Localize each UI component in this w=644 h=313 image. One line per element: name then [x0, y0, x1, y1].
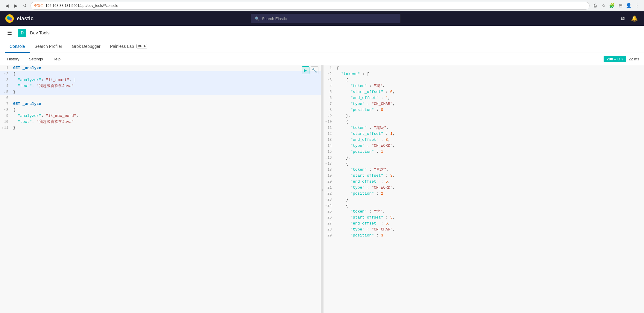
line-content-9: "analyzer": "ik_max_word", — [11, 113, 78, 119]
user-profile-icon[interactable]: 👤 — [625, 2, 632, 9]
editor-container: ▶ 🔧 1 GET _analyze ▾2 { 3 "analyzer": "i… — [0, 65, 644, 313]
output-content-9: }, — [334, 113, 351, 119]
output-line-number-29: 29 — [323, 233, 334, 239]
output-content-1: { — [334, 65, 339, 71]
search-icon: 🔍 — [255, 16, 259, 21]
output-line-number-22: 22 — [323, 191, 334, 197]
output-content-14: "type" : "CN_WORD", — [334, 143, 395, 149]
line-number-9: 9 — [0, 113, 11, 119]
editor-line-10: 10 "text": "我超级喜欢学Java" — [0, 119, 321, 125]
wrench-button[interactable]: 🔧 — [311, 66, 318, 74]
address-bar[interactable]: 不安全 192.168.88.131:5601/app/dev_tools#/c… — [31, 2, 590, 10]
line-number-10: 10 — [0, 119, 11, 125]
output-line-number-16: ▴16 — [323, 155, 334, 161]
output-line-number-26: 26 — [323, 215, 334, 221]
line-content-7: GET _analyze — [11, 101, 41, 107]
line-content-4: "text": "我超级喜欢学Java" — [11, 83, 74, 89]
output-line-3: ▾3 { — [323, 77, 644, 83]
url-text: 192.168.88.131:5601/app/dev_tools#/conso… — [45, 4, 118, 8]
output-line-number-23: ▴23 — [323, 197, 334, 203]
output-line-number-13: 13 — [323, 137, 334, 143]
output-line-number-24: ▾24 — [323, 203, 334, 209]
browser-chrome: ◀ ▶ ↺ 不安全 192.168.88.131:5601/app/dev_to… — [0, 0, 644, 11]
output-content-28: "type" : "CN_CHAR", — [334, 227, 395, 233]
editor-line-3: 3 "analyzer": "ik_smart", | — [0, 77, 321, 83]
line-content-5: } — [11, 89, 16, 95]
output-line-16: ▴16 }, — [323, 155, 644, 161]
line-content-11: } — [11, 125, 16, 131]
settings-button[interactable]: Settings — [26, 56, 45, 62]
output-line-number-15: 15 — [323, 149, 334, 155]
output-line-number-10: ▾10 — [323, 119, 334, 125]
tabs-bar: Console Search Profiler Grok Debugger Pa… — [0, 40, 644, 53]
split-view-icon[interactable]: ⊟ — [617, 2, 624, 9]
output-line-number-5: 5 — [323, 89, 334, 95]
back-button[interactable]: ◀ — [4, 2, 10, 9]
output-line-15: 15 "position" : 1 — [323, 149, 644, 155]
line-number-11: ▴11 — [0, 125, 11, 131]
line-number-2: ▾2 — [0, 71, 11, 77]
editor-line-9: 9 "analyzer": "ik_max_word", — [0, 113, 321, 119]
line-number-6: 6 — [0, 95, 11, 101]
output-content-6: "end_offset" : 1, — [334, 95, 390, 101]
history-button[interactable]: History — [5, 56, 22, 62]
output-line-23: ▴23 }, — [323, 197, 644, 203]
monitor-icon[interactable]: 🖥 — [618, 14, 627, 23]
output-line-19: 19 "start_offset" : 3, — [323, 173, 644, 179]
output-line-number-14: 14 — [323, 143, 334, 149]
share-icon[interactable]: ⎙ — [592, 2, 599, 9]
output-content-23: }, — [334, 197, 351, 203]
output-line-13: 13 "end_offset" : 3, — [323, 137, 644, 143]
output-content-12: "start_offset" : 1, — [334, 131, 395, 137]
extensions-icon[interactable]: 🧩 — [609, 2, 615, 9]
toolbar: History Settings Help 200 – OK 22 ms — [0, 53, 644, 65]
run-button[interactable]: ▶ — [302, 66, 309, 74]
output-content-10: { — [334, 119, 348, 125]
output-line-4: 4 "token" : "我", — [323, 83, 644, 89]
output-line-6: 6 "end_offset" : 1, — [323, 95, 644, 101]
tab-painless-lab[interactable]: Painless Lab BETA — [105, 40, 152, 53]
browser-actions: ⎙ ☆ 🧩 ⊟ 👤 ⋮ — [592, 2, 640, 9]
search-placeholder: Search Elastic — [262, 16, 287, 21]
output-content-20: "end_offset" : 5, — [334, 179, 390, 185]
top-navigation: elastic 🔍 Search Elastic 🖥 🔔 — [0, 11, 644, 26]
elastic-logo-svg — [5, 14, 14, 23]
line-number-8: ▾8 — [0, 107, 11, 113]
output-line-28: 28 "type" : "CN_CHAR", — [323, 227, 644, 233]
output-line-number-28: 28 — [323, 227, 334, 233]
page-header: ☰ D Dev Tools — [0, 26, 644, 40]
elastic-logo[interactable]: elastic — [5, 14, 34, 23]
reload-button[interactable]: ↺ — [22, 2, 28, 9]
editor-panel[interactable]: ▶ 🔧 1 GET _analyze ▾2 { 3 "analyzer": "i… — [0, 65, 321, 313]
notifications-icon[interactable]: 🔔 — [630, 14, 639, 23]
line-number-4: 4 — [0, 83, 11, 89]
search-bar-container: 🔍 Search Elastic — [37, 14, 614, 23]
forward-button[interactable]: ▶ — [13, 2, 19, 9]
output-line-27: 27 "end_offset" : 6, — [323, 221, 644, 227]
output-line-number-18: 18 — [323, 167, 334, 173]
beta-badge: BETA — [136, 44, 147, 48]
page-title: Dev Tools — [30, 30, 50, 35]
output-panel[interactable]: 1 { ▾2 "tokens" : [ ▾3 { 4 "token" : "我"… — [323, 65, 644, 313]
security-warning: 不安全 — [34, 3, 44, 8]
output-line-7: 7 "type" : "CN_CHAR", — [323, 101, 644, 107]
editor-line-4: 4 "text": "我超级喜欢学Java" — [0, 83, 321, 89]
search-bar[interactable]: 🔍 Search Elastic — [251, 14, 400, 23]
output-line-11: 11 "token" : "超级", — [323, 125, 644, 131]
tab-search-profiler[interactable]: Search Profiler — [30, 40, 67, 53]
output-line-number-11: 11 — [323, 125, 334, 131]
line-content-8: { — [11, 107, 16, 113]
tab-grok-debugger[interactable]: Grok Debugger — [67, 40, 105, 53]
hamburger-button[interactable]: ☰ — [5, 28, 14, 38]
output-content-11: "token" : "超级", — [334, 125, 389, 131]
tab-console[interactable]: Console — [5, 40, 30, 53]
line-content-2: { — [11, 71, 16, 77]
help-button[interactable]: Help — [50, 56, 63, 62]
output-content-24: { — [334, 203, 348, 209]
menu-icon[interactable]: ⋮ — [634, 2, 640, 9]
line-content-1: GET _analyze — [11, 65, 41, 71]
star-icon[interactable]: ☆ — [600, 2, 607, 9]
output-content-13: "end_offset" : 3, — [334, 137, 390, 143]
line-content-6 — [11, 95, 16, 101]
panel-divider[interactable]: ⋮ — [321, 65, 323, 313]
